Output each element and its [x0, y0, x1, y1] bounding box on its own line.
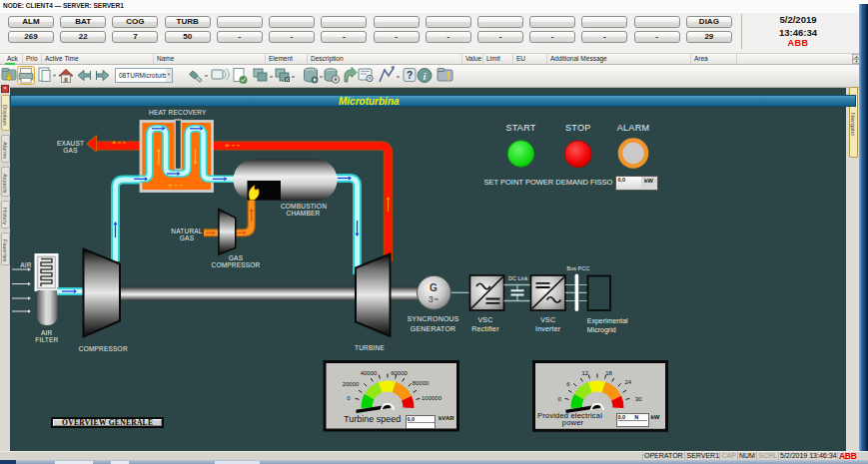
svg-text:80000: 80000	[413, 380, 430, 386]
svg-text:24: 24	[624, 379, 631, 385]
svg-text:40000: 40000	[361, 370, 378, 376]
svg-text:12: 12	[581, 370, 588, 376]
svg-text:G: G	[430, 282, 437, 293]
svg-text:20000: 20000	[343, 381, 360, 387]
svg-text:30: 30	[635, 396, 642, 402]
svg-text:60000: 60000	[391, 370, 408, 376]
svg-text:18: 18	[605, 370, 612, 376]
svg-text:100000: 100000	[422, 395, 442, 401]
svg-text:3~: 3~	[429, 294, 438, 304]
